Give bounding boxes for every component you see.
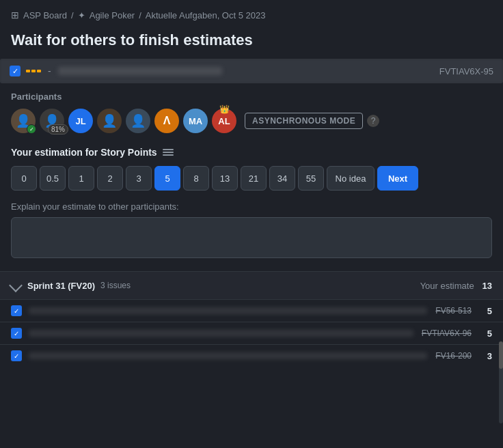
chevron-down-icon[interactable]: [9, 279, 23, 292]
participants-section: Participants 👤 ✓ 👤 81% JL 👤 👤 Λ: [0, 83, 503, 139]
estimation-section: Your estimation for Story Points 0 0.5 1…: [0, 139, 503, 196]
task-label-dash: -: [48, 66, 51, 76]
sprint-row-1-label: [29, 307, 427, 314]
sprint-row-2-checkbox[interactable]: [11, 328, 22, 339]
sp-btn-8[interactable]: 8: [183, 166, 209, 191]
estimation-title: Your estimation for Story Points: [11, 147, 157, 158]
sprint-row-1[interactable]: FV56-513 5: [0, 299, 503, 322]
breadcrumb: ⊞ ASP Board / ✦ Agile Poker / Aktuelle A…: [0, 0, 503, 27]
breadcrumb-board[interactable]: ASP Board: [23, 10, 67, 20]
participants-label: Participants: [11, 92, 492, 102]
task-priority-icon: [26, 70, 41, 72]
sp-btn-2[interactable]: 2: [97, 166, 123, 191]
sprint-row-3-label: [29, 352, 427, 359]
story-point-buttons: 0 0.5 1 2 3 5 8 13 21 34 55 No idea Next: [11, 166, 492, 191]
next-button[interactable]: Next: [377, 166, 418, 191]
async-mode-badge: ASYNCHRONOUS MODE: [245, 113, 363, 129]
sprint-row-1-checkbox[interactable]: [11, 305, 22, 316]
breadcrumb-sep1: /: [71, 10, 74, 20]
avatar-percent-badge: 81%: [48, 124, 68, 135]
avatar-1: 👤 ✓: [11, 109, 36, 133]
explain-label: Explain your estimate to other participa…: [11, 201, 492, 212]
sprint-header: Sprint 31 (FV20) 3 issues Your estimate …: [0, 272, 503, 299]
avatar-4: 👤: [97, 109, 122, 133]
sprint-section: Sprint 31 (FV20) 3 issues Your estimate …: [0, 271, 503, 367]
sprint-row-3-id: FV16-200: [435, 351, 472, 361]
task-checkbox[interactable]: [10, 66, 21, 76]
avatar-7: MA: [183, 109, 208, 133]
sprint-row-1-score: 5: [481, 306, 492, 316]
sprint-row-3-score: 3: [481, 351, 492, 361]
sprint-issues-count: 3 issues: [100, 281, 131, 290]
poker-icon: ✦: [78, 10, 85, 20]
sp-btn-55[interactable]: 55: [298, 166, 324, 191]
sp-btn-34[interactable]: 34: [269, 166, 295, 191]
avatar-2: 👤 81%: [40, 109, 64, 133]
avatar-6: Λ: [154, 109, 179, 133]
sprint-row-3[interactable]: FV16-200 3: [0, 344, 503, 367]
avatar-3: JL: [68, 109, 93, 133]
sprint-row-2-label: [29, 330, 413, 337]
breadcrumb-sprint[interactable]: Aktuelle Aufgaben, Oct 5 2023: [146, 10, 266, 20]
page-title: Wait for others to finish estimates: [0, 27, 503, 59]
task-label: [58, 67, 222, 75]
sprint-row-3-checkbox[interactable]: [11, 350, 22, 361]
sp-btn-5[interactable]: 5: [154, 166, 180, 191]
avatar-check-icon: ✓: [27, 124, 36, 134]
sprint-row-1-id: FV56-513: [435, 306, 472, 316]
sprint-header-left: Sprint 31 (FV20) 3 issues: [11, 281, 131, 291]
sp-btn-0-5[interactable]: 0.5: [40, 166, 66, 191]
sprint-row-2-score: 5: [481, 328, 492, 339]
estimation-header: Your estimation for Story Points: [11, 147, 492, 158]
help-icon[interactable]: ?: [367, 115, 379, 127]
sprint-estimate-label: Your estimate: [420, 281, 474, 291]
avatars-container: 👤 ✓ 👤 81% JL 👤 👤 Λ MA 👑: [11, 109, 492, 133]
scrollbar-thumb[interactable]: [499, 341, 503, 369]
sprint-name: Sprint 31 (FV20): [27, 281, 95, 291]
breadcrumb-sep2: /: [139, 10, 141, 20]
scrollbar-track[interactable]: [499, 341, 503, 423]
task-id: FVTIAV6X-95: [439, 66, 493, 76]
explain-textarea[interactable]: [11, 217, 492, 258]
avatar-5: 👤: [126, 109, 150, 133]
sprint-estimate-container: Your estimate 13: [420, 280, 492, 291]
sprint-row-2[interactable]: FVTIAV6X-96 5: [0, 322, 503, 344]
crown-icon: 👑: [219, 104, 230, 114]
grid-icon: ⊞: [11, 10, 19, 20]
avatar-8: 👑 AL: [212, 109, 236, 133]
sp-btn-21[interactable]: 21: [241, 166, 267, 191]
sp-btn-3[interactable]: 3: [126, 166, 152, 191]
sp-btn-0[interactable]: 0: [11, 166, 37, 191]
sp-btn-13[interactable]: 13: [212, 166, 238, 191]
sp-btn-1[interactable]: 1: [68, 166, 94, 191]
sp-btn-no-idea[interactable]: No idea: [327, 166, 375, 191]
task-row: - FVTIAV6X-95: [0, 59, 503, 83]
list-icon[interactable]: [163, 149, 174, 156]
sprint-row-2-id: FVTIAV6X-96: [422, 328, 472, 338]
explain-section: Explain your estimate to other participa…: [0, 196, 503, 268]
breadcrumb-poker[interactable]: Agile Poker: [90, 10, 135, 20]
sprint-estimate-value: 13: [482, 281, 492, 291]
